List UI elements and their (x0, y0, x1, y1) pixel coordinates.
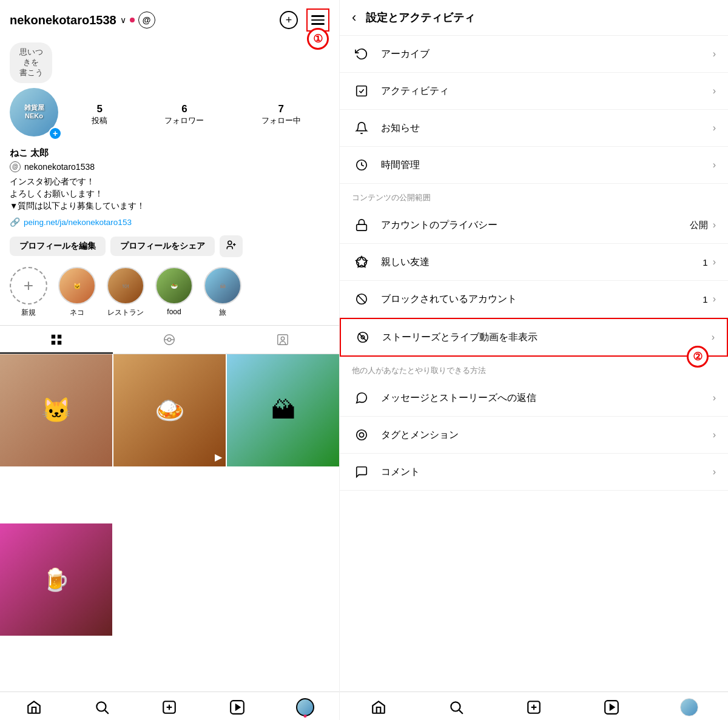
highlight-travel[interactable]: 🏔 旅 (204, 267, 241, 318)
interaction-section-label: 他の人があなたとやり取りできる方法 (340, 357, 728, 380)
followers-stat[interactable]: 6 フォロワー (164, 103, 204, 126)
rp-nav-home[interactable] (340, 698, 417, 716)
archive-icon (352, 44, 371, 64)
svg-rect-20 (357, 86, 367, 96)
menu-item-time[interactable]: 時間管理 › (340, 147, 728, 184)
story-row: 思いつきを書こう (0, 38, 339, 86)
menu-bar-2 (311, 19, 325, 21)
svg-point-8 (168, 338, 172, 342)
blocked-chevron: › (713, 294, 716, 304)
highlight-neko[interactable]: 🐱 ネコ (58, 267, 96, 318)
menu-item-close-friends[interactable]: 親しい友達 1 › (340, 244, 728, 281)
following-stat[interactable]: 7 フォロー中 (261, 103, 301, 126)
lp-header: nekonekotaro1538 ∨ @ + ① (0, 0, 339, 38)
dropdown-icon[interactable]: ∨ (120, 15, 126, 25)
grid-item-3[interactable]: 🏔 (227, 354, 339, 466)
svg-marker-19 (236, 705, 240, 710)
tab-tagged[interactable] (226, 326, 339, 354)
notifications-icon (352, 118, 371, 138)
svg-rect-6 (58, 341, 61, 345)
back-button[interactable]: ‹ (352, 10, 356, 25)
posts-label: 投稿 (92, 115, 107, 126)
settings-menu: アーカイブ › アクティビティ › お知らせ › 時間管理 › (340, 36, 728, 691)
notification-dot (130, 18, 135, 22)
rp-nav-reels[interactable] (573, 698, 650, 716)
highlights-row: + 新規 🐱 ネコ 🍽 レストラン 🥗 food 🏔 旅 (0, 263, 339, 321)
highlight-label-food: food (167, 308, 181, 316)
privacy-label: アカウントのプライバシー (381, 219, 690, 232)
nav-search[interactable] (68, 698, 136, 716)
menu-item-tags[interactable]: タグとメンション › (340, 417, 728, 454)
svg-point-31 (357, 430, 367, 440)
threads-icon[interactable]: @ (138, 12, 155, 29)
new-post-icon[interactable]: + (280, 11, 298, 29)
highlight-label-neko: ネコ (70, 308, 84, 318)
grid-item-2[interactable]: 🍛 ▶ (113, 354, 226, 466)
menu-item-activity[interactable]: アクティビティ › (340, 73, 728, 110)
rp-nav-profile[interactable] (650, 698, 728, 716)
tab-reels[interactable] (113, 326, 226, 354)
bio-line-1: インスタ初心者です！ (10, 177, 95, 186)
highlight-circle-travel: 🏔 (204, 267, 241, 304)
menu-header-area: ① (306, 8, 329, 32)
notifications-chevron: › (713, 123, 716, 133)
add-friend-button[interactable] (220, 235, 243, 257)
nav-home[interactable] (0, 698, 68, 716)
menu-item-archive[interactable]: アーカイブ › (340, 36, 728, 73)
privacy-section-label: コンテンツの公開範囲 (340, 184, 728, 207)
time-chevron: › (713, 160, 716, 170)
username-label: nekonekotaro1538 (10, 13, 116, 27)
privacy-icon (352, 215, 371, 235)
left-panel: nekonekotaro1538 ∨ @ + ① 思いつきを書こう 雑貨屋NEK… (0, 0, 340, 720)
nav-profile[interactable] (271, 698, 339, 716)
nav-reels[interactable] (203, 698, 271, 716)
svg-rect-3 (52, 335, 55, 338)
highlight-circle-neko: 🐱 (58, 267, 96, 304)
rp-nav-search[interactable] (417, 698, 495, 716)
posts-stat[interactable]: 5 投稿 (92, 103, 107, 126)
action-buttons: プロフィールを編集 プロフィールをシェア (0, 229, 339, 263)
grid-item-4[interactable]: 🍺 (0, 523, 112, 636)
archive-chevron: › (713, 49, 716, 59)
add-story-button[interactable]: + (49, 127, 62, 140)
svg-point-0 (228, 241, 232, 245)
following-count: 7 (278, 103, 284, 115)
idea-bubble[interactable]: 思いつきを書こう (10, 42, 52, 83)
rp-nav-create[interactable] (495, 698, 573, 716)
settings-title: 設定とアクティビティ (366, 10, 475, 25)
link-text[interactable]: peing.net/ja/nekonekotaro153 (24, 218, 132, 227)
profile-stats-row: 雑貨屋NEKo + 5 投稿 6 フォロワー 7 フォロー中 (0, 86, 339, 144)
share-profile-button[interactable]: プロフィールをシェア (110, 237, 215, 256)
privacy-badge: 公開 (690, 220, 708, 231)
bio-line-2: よろしくお願いします！ (10, 189, 103, 198)
photo-grid: 🐱 🍛 ▶ 🏔 🍺 (0, 354, 339, 691)
highlight-new[interactable]: + 新規 (10, 267, 47, 318)
activity-icon (352, 81, 371, 101)
edit-profile-button[interactable]: プロフィールを編集 (10, 237, 106, 256)
hide-stories-icon (353, 328, 372, 347)
time-label: 時間管理 (381, 159, 713, 172)
posts-count: 5 (96, 103, 102, 115)
menu-item-comments[interactable]: コメント › (340, 454, 728, 491)
highlight-food[interactable]: 🥗 food (155, 267, 193, 318)
svg-line-26 (358, 295, 366, 303)
menu-item-notifications[interactable]: お知らせ › (340, 110, 728, 147)
grid-item-1[interactable]: 🐱 (0, 354, 112, 466)
tab-grid[interactable] (0, 326, 113, 354)
handle-text: nekonekotaro1538 (24, 162, 95, 172)
menu-item-hide-stories[interactable]: ストーリーズとライブ動画を非表示 › ② (340, 318, 728, 357)
svg-line-33 (459, 710, 463, 714)
avatar-label: 雑貨屋NEKo (24, 104, 44, 119)
settings-header: ‹ 設定とアクティビティ (340, 0, 728, 36)
menu-item-blocked[interactable]: ブロックされているアカウント 1 › (340, 281, 728, 318)
menu-item-privacy[interactable]: アカウントのプライバシー 公開 › (340, 207, 728, 244)
nav-create[interactable] (136, 698, 204, 716)
menu-item-messages[interactable]: メッセージとストーリーズへの返信 › (340, 380, 728, 417)
avatar-wrap: 雑貨屋NEKo + (10, 88, 63, 141)
highlight-restaurant[interactable]: 🍽 レストラン (107, 267, 144, 318)
tags-icon (352, 425, 371, 445)
menu-bar-1 (311, 15, 325, 17)
lp-header-left: nekonekotaro1538 ∨ @ (10, 12, 155, 29)
menu-bar-3 (311, 23, 325, 25)
svg-rect-4 (58, 335, 61, 338)
